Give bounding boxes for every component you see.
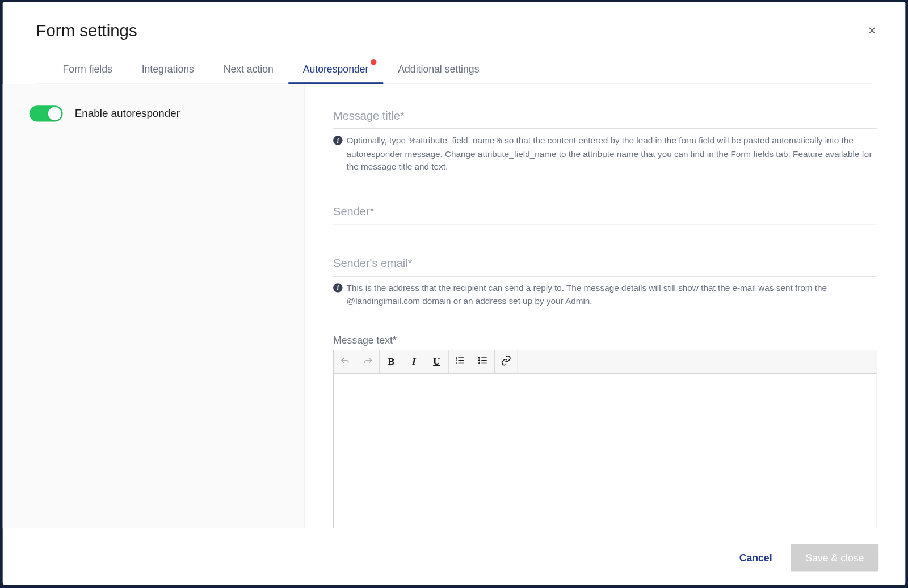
tabs: Form fields Integrations Next action Aut… [36, 55, 872, 84]
message-title-helper: i Optionally, type %attribute_field_name… [333, 134, 877, 174]
close-button[interactable]: × [864, 22, 880, 38]
svg-rect-1 [458, 360, 464, 361]
bold-button[interactable]: B [380, 350, 402, 373]
italic-button[interactable]: I [402, 350, 425, 373]
toggle-knob-icon [48, 107, 62, 121]
info-icon: i [333, 283, 342, 292]
save-close-button[interactable]: Save & close [791, 544, 879, 571]
tab-next-action[interactable]: Next action [209, 55, 288, 84]
underline-icon: U [433, 356, 440, 367]
svg-rect-11 [481, 363, 486, 364]
info-icon: i [333, 136, 342, 145]
modal-content: Enable autoresponder i Optionally, type … [3, 84, 906, 529]
svg-rect-10 [481, 360, 486, 361]
tab-label: Next action [224, 63, 274, 74]
right-panel: i Optionally, type %attribute_field_name… [305, 84, 906, 529]
ordered-list-button[interactable]: 123 [449, 350, 472, 373]
modal-header: Form settings × Form fields Integrations… [3, 2, 906, 84]
editor-toolbar: B I U [334, 350, 876, 374]
link-icon [501, 355, 511, 367]
toggle-label: Enable autoresponder [75, 108, 180, 120]
unordered-list-button[interactable] [472, 350, 494, 373]
sender-field [333, 200, 877, 225]
cancel-button[interactable]: Cancel [739, 552, 772, 563]
modal-title: Form settings [36, 21, 872, 40]
svg-point-8 [478, 362, 480, 364]
tab-integrations[interactable]: Integrations [127, 55, 209, 84]
redo-icon [363, 355, 373, 367]
bold-icon: B [388, 356, 395, 367]
helper-text: Optionally, type %attribute_field_name% … [347, 134, 877, 174]
undo-icon [340, 355, 351, 367]
notification-dot-icon [371, 59, 377, 65]
italic-icon: I [412, 356, 416, 367]
tab-form-fields[interactable]: Form fields [48, 55, 127, 84]
helper-text: This is the address that the recipient c… [347, 281, 877, 307]
close-icon: × [868, 23, 876, 38]
message-text-label: Message text* [333, 334, 877, 345]
enable-autoresponder-row: Enable autoresponder [30, 105, 278, 121]
enable-autoresponder-toggle[interactable] [30, 105, 63, 121]
sender-input[interactable] [333, 200, 877, 225]
left-panel: Enable autoresponder [3, 84, 305, 529]
tab-additional-settings[interactable]: Additional settings [383, 55, 494, 84]
tab-label: Form fields [63, 63, 112, 74]
underline-button[interactable]: U [425, 350, 448, 373]
svg-rect-0 [458, 357, 464, 358]
undo-button[interactable] [334, 350, 356, 373]
redo-button[interactable] [356, 350, 379, 373]
form-settings-modal: Form settings × Form fields Integrations… [3, 2, 906, 585]
message-text-input[interactable] [334, 374, 876, 529]
unordered-list-icon [477, 355, 488, 367]
tab-autoresponder[interactable]: Autoresponder [288, 55, 384, 84]
svg-point-7 [478, 359, 480, 361]
svg-text:3: 3 [456, 361, 457, 365]
sender-email-helper: i This is the address that the recipient… [333, 281, 877, 307]
message-title-field: i Optionally, type %attribute_field_name… [333, 104, 877, 174]
tab-label: Additional settings [398, 63, 479, 74]
svg-rect-2 [458, 363, 464, 364]
svg-point-6 [478, 357, 480, 359]
message-text-field: Message text* [333, 334, 877, 528]
link-button[interactable] [495, 350, 518, 373]
sender-email-input[interactable] [333, 251, 877, 276]
modal-footer: Cancel Save & close [739, 544, 879, 571]
svg-rect-9 [481, 357, 486, 358]
tab-label: Autoresponder [303, 63, 369, 74]
tab-label: Integrations [142, 63, 194, 74]
ordered-list-icon: 123 [455, 355, 465, 367]
message-title-input[interactable] [333, 104, 877, 129]
rich-text-editor: B I U [333, 349, 877, 528]
sender-email-field: i This is the address that the recipient… [333, 251, 877, 307]
